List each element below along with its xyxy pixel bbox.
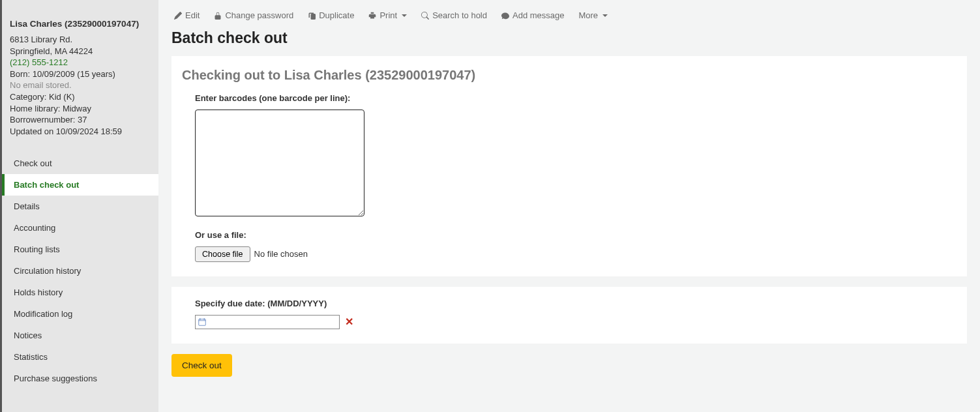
- choose-file-button[interactable]: Choose file: [195, 246, 250, 262]
- sidebar-item-accounting[interactable]: Accounting: [2, 217, 158, 239]
- patron-updated: Updated on 10/09/2024 18:59: [10, 126, 151, 138]
- checkout-panel: Checking out to Lisa Charles (2352900019…: [171, 56, 967, 276]
- add-message-button[interactable]: Add message: [501, 10, 565, 20]
- barcodes-textarea[interactable]: [195, 110, 364, 216]
- date-input-wrap[interactable]: [195, 315, 340, 329]
- search-to-hold-label: Search to hold: [432, 10, 487, 20]
- sidebar-item-modification-log[interactable]: Modification log: [2, 303, 158, 325]
- sidebar: Lisa Charles (23529000197047) 6813 Libra…: [0, 0, 158, 412]
- file-input-row: Choose fileNo file chosen: [195, 246, 943, 262]
- search-icon: [421, 12, 429, 20]
- calendar-icon: [198, 318, 206, 326]
- clear-date-button[interactable]: ✕: [345, 317, 353, 327]
- sidebar-item-details[interactable]: Details: [2, 196, 158, 217]
- file-status: No file chosen: [254, 249, 308, 259]
- sidebar-item-statistics[interactable]: Statistics: [2, 346, 158, 368]
- change-password-button[interactable]: Change password: [214, 10, 293, 20]
- edit-button[interactable]: Edit: [174, 10, 200, 20]
- caret-down-icon: [402, 14, 407, 17]
- svg-rect-2: [200, 318, 200, 319]
- comment-icon: [501, 12, 509, 20]
- sidebar-item-check-out[interactable]: Check out: [2, 153, 158, 174]
- sidebar-item-holds-history[interactable]: Holds history: [2, 282, 158, 303]
- duplicate-label: Duplicate: [319, 10, 354, 20]
- sidebar-item-routing-lists[interactable]: Routing lists: [2, 239, 158, 260]
- change-password-label: Change password: [225, 10, 293, 20]
- patron-borrowernumber: Borrowernumber: 37: [10, 114, 151, 126]
- section-title: Checking out to Lisa Charles (2352900019…: [182, 68, 943, 83]
- patron-category: Category: Kid (K): [10, 91, 151, 103]
- patron-address2: Springfield, MA 44224: [10, 46, 151, 57]
- side-nav: Check outBatch check outDetailsAccountin…: [2, 153, 158, 389]
- lock-icon: [214, 12, 222, 20]
- more-button[interactable]: More: [578, 10, 608, 20]
- patron-born: Born: 10/09/2009 (15 years): [10, 68, 151, 80]
- print-icon: [368, 12, 376, 20]
- search-to-hold-button[interactable]: Search to hold: [421, 10, 487, 20]
- caret-down-icon: [602, 14, 608, 17]
- edit-label: Edit: [185, 10, 200, 20]
- print-button[interactable]: Print: [368, 10, 407, 20]
- svg-rect-0: [199, 319, 206, 326]
- copy-icon: [308, 12, 316, 20]
- more-label: More: [578, 10, 598, 20]
- main-content: Edit Change password Duplicate Print Sea…: [158, 0, 980, 412]
- sidebar-item-circulation-history[interactable]: Circulation history: [2, 260, 158, 282]
- sidebar-item-purchase-suggestions[interactable]: Purchase suggestions: [2, 368, 158, 389]
- patron-info: Lisa Charles (23529000197047) 6813 Libra…: [2, 18, 158, 147]
- due-date-panel: Specify due date: (MM/DD/YYYY) ✕: [171, 287, 967, 344]
- toolbar: Edit Change password Duplicate Print Sea…: [171, 8, 967, 29]
- due-date-label: Specify due date: (MM/DD/YYYY): [195, 299, 943, 308]
- patron-name: Lisa Charles (23529000197047): [10, 18, 151, 30]
- file-label: Or use a file:: [195, 230, 943, 240]
- sidebar-item-batch-check-out[interactable]: Batch check out: [2, 174, 158, 196]
- sidebar-item-notices[interactable]: Notices: [2, 325, 158, 346]
- patron-home-library: Home library: Midway: [10, 103, 151, 115]
- checkout-button[interactable]: Check out: [171, 354, 232, 377]
- due-date-input[interactable]: [206, 316, 339, 328]
- barcodes-label: Enter barcodes (one barcode per line):: [195, 93, 943, 103]
- add-message-label: Add message: [512, 10, 565, 20]
- pencil-icon: [174, 12, 182, 20]
- patron-address1: 6813 Library Rd.: [10, 34, 151, 46]
- print-label: Print: [379, 10, 397, 20]
- patron-no-email: No email stored.: [10, 80, 151, 91]
- patron-phone[interactable]: (212) 555-1212: [10, 57, 68, 67]
- duplicate-button[interactable]: Duplicate: [308, 10, 354, 20]
- page-title: Batch check out: [171, 29, 967, 47]
- svg-rect-3: [204, 318, 205, 319]
